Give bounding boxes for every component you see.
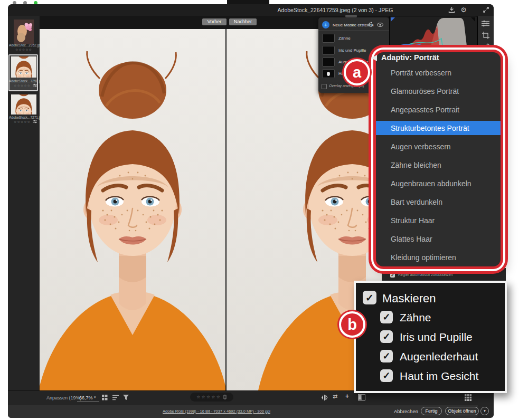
menu-item-glattes-haar[interactable]: Glattes Haar: [376, 230, 501, 248]
masking-checkbox[interactable]: ✓: [363, 291, 376, 304]
filmstrip-grid-icon[interactable]: [465, 394, 472, 401]
menu-item-portrait-verbessern[interactable]: Porträt verbessern: [376, 63, 501, 82]
compare-view-icon[interactable]: [321, 395, 328, 400]
face-skin-checkbox[interactable]: ✓: [380, 369, 393, 382]
thumbnail-3[interactable]: [11, 94, 36, 114]
create-mask-label[interactable]: Neue Maske erstellen: [333, 23, 373, 27]
after-button[interactable]: Nachher: [229, 18, 257, 25]
callout-a: a: [344, 59, 370, 85]
menu-item-kleidung-optimieren[interactable]: Kleidung optimieren: [376, 248, 501, 266]
menu-item-bart-verdunkeln[interactable]: Bart verdunkeln: [376, 193, 501, 211]
mask-thumb-sclera[interactable]: [322, 58, 335, 66]
overlay-checkbox[interactable]: [322, 84, 327, 89]
zoom-level-select[interactable]: 66,7%: [79, 395, 93, 400]
mask-label-teeth[interactable]: Zähne: [338, 36, 351, 41]
rating-capsule: ☆ ☆ ☆ ☆ ☆: [190, 393, 233, 402]
trash-icon[interactable]: [223, 395, 227, 399]
teeth-label: Zähne: [400, 311, 431, 324]
auto-reset-label[interactable]: Regler automatisch zurücksetzen: [398, 273, 453, 276]
menu-item-zaehne-bleichen[interactable]: Zähne bleichen: [376, 156, 501, 174]
page: { "window": { "title": "AdobeStock_22641…: [0, 0, 528, 420]
thumbnail-1[interactable]: [14, 20, 34, 44]
photo-before: [40, 29, 225, 390]
histogram-graph: [390, 16, 476, 46]
menu-item-angepasstes-portrait[interactable]: Angepasstes Portrait: [376, 100, 501, 119]
iris-label: Iris und Pupille: [400, 331, 473, 343]
open-object-dropdown-icon[interactable]: ▾: [480, 407, 489, 415]
image-info-link[interactable]: Adobe RGB (1998) - 16 Bit - 7037 x 4692 …: [132, 409, 301, 414]
face-skin-mask-dot: [327, 72, 330, 76]
zoom-caret-icon[interactable]: ▾: [94, 395, 96, 399]
auto-reset-checkbox[interactable]: ✓: [390, 273, 395, 278]
preferences-gear-icon[interactable]: ⚙: [459, 5, 468, 14]
thumbnail-2[interactable]: [11, 56, 36, 78]
sclera-checkbox[interactable]: ✓: [380, 350, 393, 362]
thumbnail-2-filename: AdobeStock...7258.jpeg: [9, 79, 39, 83]
iris-checkbox[interactable]: ✓: [380, 330, 393, 343]
mask-visibility-eye-icon[interactable]: [377, 23, 383, 27]
swap-before-after-icon[interactable]: ⇄: [333, 393, 337, 400]
menu-item-augen-verbessern[interactable]: Augen verbessern: [376, 137, 501, 156]
thumbnail-2-edited-badge-icon: [33, 83, 37, 87]
adaptive-preset-menu: Adaptiv: Porträt Porträt verbessern Glam…: [376, 52, 501, 266]
menu-item-struktur-haar[interactable]: Struktur Haar: [376, 211, 501, 230]
thumbnail-1-filename: AdobeStoc...2352.jpeg: [9, 43, 39, 47]
copy-settings-icon[interactable]: +: [345, 393, 349, 400]
face-skin-label: Haut im Gesicht: [400, 370, 478, 383]
menu-item-glamouroeses-portraet[interactable]: Glamouröses Porträt: [376, 82, 501, 100]
split-view-icon[interactable]: [358, 394, 365, 400]
callout-b: b: [339, 311, 365, 338]
teeth-checkbox[interactable]: ✓: [380, 311, 393, 323]
rating-stars[interactable]: ☆ ☆ ☆ ☆ ☆: [196, 395, 220, 399]
crop-icon[interactable]: [482, 32, 489, 39]
grid-view-icon[interactable]: [102, 395, 108, 400]
preset-menu-header[interactable]: Adaptiv: Porträt: [381, 53, 439, 62]
thumbnail-3-filename: AdobeStock...7271.jpeg: [9, 116, 39, 119]
open-object-button[interactable]: Objekt öffnen: [445, 407, 479, 415]
thumbnail-1-rating[interactable]: ☆☆☆☆☆: [9, 47, 39, 51]
window-title: AdobeStock_226417259.jpeg (2 von 3) - JP…: [211, 7, 459, 13]
menu-item-strukturbetontes-portraet[interactable]: Strukturbetontes Porträt: [376, 119, 501, 137]
mask-panel-divider: [318, 30, 389, 31]
mask-thumb-teeth[interactable]: [322, 34, 335, 43]
sort-list-icon[interactable]: [112, 395, 119, 400]
create-mask-plus-icon[interactable]: +: [322, 21, 329, 28]
healing-brush-icon[interactable]: [482, 43, 489, 51]
fullscreen-expand-icon[interactable]: [483, 6, 489, 13]
before-button[interactable]: Vorher: [202, 18, 227, 25]
menu-item-augenbrauen-abdunkeln[interactable]: Augenbrauen abdunkeln: [376, 174, 501, 193]
auto-reset-row: ✓ Regler automatisch zurücksetzen: [382, 268, 506, 281]
preset-menu-disclosure-triangle[interactable]: [371, 55, 377, 61]
mask-thumb-iris[interactable]: [322, 46, 335, 55]
thumbnail-3-edited-badge-icon: [33, 120, 37, 123]
preset-menu-items: Porträt verbessern Glamouröses Porträt A…: [376, 63, 501, 266]
filter-funnel-icon[interactable]: [123, 395, 129, 400]
masking-label: Maskieren: [382, 292, 436, 306]
edit-sliders-icon[interactable]: [482, 20, 489, 27]
mask-thumb-face-skin[interactable]: [322, 69, 335, 78]
reset-masks-icon[interactable]: [368, 22, 374, 27]
save-download-icon[interactable]: [448, 6, 455, 13]
zoom-underline: [77, 402, 99, 402]
mask-label-iris[interactable]: Iris und Pupille: [338, 48, 366, 53]
done-button[interactable]: Fertig: [421, 407, 442, 415]
cancel-button[interactable]: Abbrechen: [394, 408, 418, 414]
fit-zoom-label[interactable]: Anpassen (19%): [46, 395, 82, 400]
sclera-label: Augenlederhaut: [400, 350, 478, 363]
